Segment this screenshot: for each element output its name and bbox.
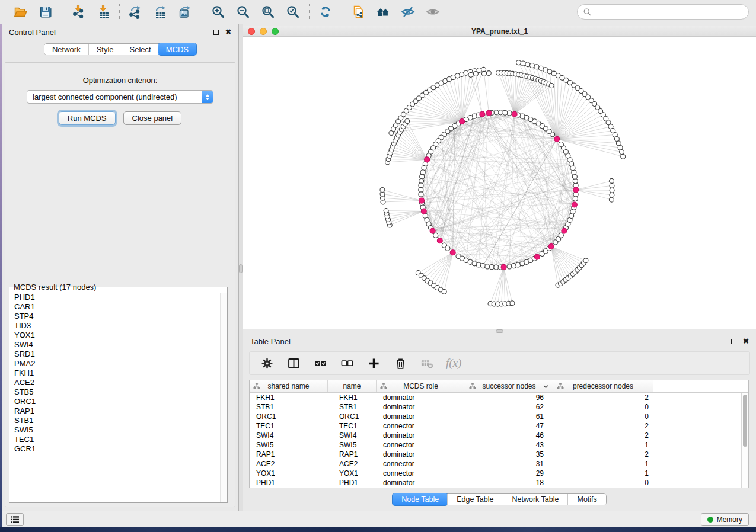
graph-node[interactable] [380,187,385,192]
graph-node[interactable] [559,233,563,238]
table-row[interactable]: STB1STB1dominator620 [250,402,741,412]
table-row[interactable]: PHD1PHD1dominator180 [250,478,741,488]
graph-node[interactable] [468,72,473,77]
column-header-successor-nodes[interactable]: successor nodes [465,380,553,392]
table-row[interactable]: ACE2ACE2connector311 [250,459,741,469]
clone-network-button[interactable] [350,4,366,20]
cell-successor-nodes[interactable]: 31 [465,460,553,468]
cell-MCDS-role[interactable]: connector [377,441,465,449]
mcds-result-item[interactable]: STP4 [10,312,220,321]
mcds-result-item[interactable]: GCR1 [10,444,220,454]
mcds-result-item[interactable]: SWI4 [10,340,220,350]
graph-node-mcds[interactable] [554,136,560,142]
select-all-button[interactable] [312,355,328,371]
mcds-result-item[interactable]: YOX1 [10,331,220,340]
table-row[interactable]: SWI4SWI4dominator462 [250,431,741,440]
graph-node-mcds[interactable] [480,111,485,117]
mcds-result-item[interactable]: SRD1 [10,350,220,359]
home-button[interactable] [375,4,391,20]
open-folder-button[interactable] [13,4,28,20]
cell-shared-name[interactable]: TEC1 [250,422,328,430]
table-row[interactable]: FKH1FKH1dominator962 [250,393,741,402]
graph-node[interactable] [549,83,554,88]
cell-predecessor-nodes[interactable]: 1 [553,460,653,468]
graph-node-mcds[interactable] [437,238,442,243]
graph-node[interactable] [405,119,410,124]
table-scrollbar-thumb[interactable] [743,395,747,447]
cell-predecessor-nodes[interactable]: 1 [553,469,653,477]
mcds-result-item[interactable]: STB5 [10,387,220,397]
mcds-result-item[interactable]: CAR1 [10,302,220,312]
cell-MCDS-role[interactable]: dominator [377,450,465,459]
mcds-result-item[interactable]: SWI5 [10,425,220,435]
tab-mcds[interactable]: MCDS [158,43,196,55]
graph-node[interactable] [384,209,388,213]
graph-node[interactable] [525,62,530,67]
graph-node-mcds[interactable] [421,209,426,214]
cell-name[interactable]: SWI4 [328,431,377,440]
network-graph[interactable] [243,37,756,329]
cell-MCDS-role[interactable]: dominator [377,403,465,411]
mcds-result-item[interactable]: ACE2 [10,378,220,387]
mcds-result-item[interactable]: STB1 [10,416,220,425]
cell-name[interactable]: ORC1 [328,412,377,421]
criterion-select[interactable]: largest connected component (undirected) [27,90,213,104]
save-button[interactable] [38,4,53,20]
graph-node[interactable] [486,71,491,76]
table-row[interactable]: RAP1RAP1dominator352 [250,450,741,459]
table-row[interactable]: ORC1ORC1dominator610 [250,412,741,421]
table-row[interactable]: YOX1YOX1connector291 [250,469,741,478]
float-panel-icon[interactable] [213,30,219,35]
cell-successor-nodes[interactable]: 43 [465,441,553,449]
search-input[interactable] [595,8,743,17]
graph-node[interactable] [559,142,563,147]
tab-select[interactable]: Select [122,44,159,55]
graph-node[interactable] [619,150,624,155]
close-panel-button[interactable]: Close panel [123,111,182,125]
cell-name[interactable]: FKH1 [328,393,377,402]
graph-node[interactable] [610,183,614,188]
graph-node-mcds[interactable] [486,110,492,116]
cell-shared-name[interactable]: RAP1 [250,450,328,459]
graph-node[interactable] [610,193,614,197]
cell-name[interactable]: STB1 [328,403,377,411]
mcds-result-list[interactable]: PHD1CAR1STP4TID3YOX1SWI4SRD1PMA2FKH1ACE2… [10,293,220,502]
network-window-titlebar[interactable]: YPA_prune.txt_1 [243,26,756,37]
add-column-button[interactable] [366,355,381,371]
column-header-shared-name[interactable]: shared name [250,380,328,392]
vertical-splitter[interactable] [239,24,243,511]
table-row[interactable]: SWI5SWI5connector431 [250,440,741,450]
graph-node[interactable] [481,71,486,76]
cell-successor-nodes[interactable]: 47 [465,422,553,430]
cell-shared-name[interactable]: FKH1 [250,393,328,402]
graph-node[interactable] [433,233,438,238]
table-scrollbar[interactable] [741,393,748,488]
cell-MCDS-role[interactable]: dominator [377,393,465,402]
graph-node-mcds[interactable] [419,198,425,203]
export-table-button[interactable] [153,4,168,20]
vertical-splitter-handle[interactable] [239,264,243,273]
graph-node-mcds[interactable] [573,187,579,193]
graph-node[interactable] [510,301,515,306]
graph-node[interactable] [464,70,468,75]
column-header-MCDS-role[interactable]: MCDS role [377,380,465,392]
cell-MCDS-role[interactable]: connector [377,422,465,430]
cell-predecessor-nodes[interactable]: 2 [553,450,653,459]
mcds-result-item[interactable]: TEC1 [10,435,220,444]
graph-node-mcds[interactable] [512,111,517,117]
graph-node[interactable] [419,192,423,197]
column-header-predecessor-nodes[interactable]: predecessor nodes [553,380,653,392]
cell-name[interactable]: PHD1 [328,479,377,487]
tab-network-table[interactable]: Network Table [503,494,568,505]
float-table-panel-icon[interactable] [731,339,736,344]
graph-node[interactable] [445,246,450,251]
cell-shared-name[interactable]: SWI4 [250,431,328,440]
graph-node-mcds[interactable] [548,244,554,249]
split-panel-button[interactable] [286,355,301,371]
graph-node[interactable] [529,63,534,68]
cell-shared-name[interactable]: YOX1 [250,469,328,477]
mcds-result-item[interactable]: PHD1 [10,293,220,302]
graph-node[interactable] [521,61,525,66]
show-graphics-details-button[interactable] [425,4,441,20]
cell-shared-name[interactable]: ORC1 [250,412,328,421]
